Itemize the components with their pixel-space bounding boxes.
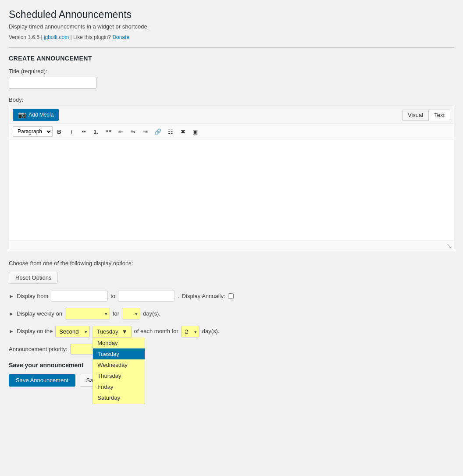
version-line: Version 1.6.5 | jgbuilt.com | Like this … (9, 34, 454, 48)
priority-label: Announcement priority: (9, 346, 68, 352)
paragraph-select[interactable]: Paragraph (13, 126, 53, 137)
save-section: Save your announcement Save Announcement… (9, 362, 454, 387)
day-option-monday[interactable]: Monday (93, 337, 145, 348)
for-label: for (113, 310, 119, 317)
days-label: day(s). (143, 310, 160, 317)
each-month-label: of each month for (134, 328, 178, 334)
editor-top-bar: 📷 Add Media Visual Text (9, 106, 454, 124)
table-btn[interactable]: ☷ (165, 127, 176, 137)
day-option-sunday[interactable]: Sunday (93, 403, 145, 404)
save-announcement-button[interactable]: Save Announcement (9, 374, 75, 387)
ol-btn[interactable]: 1. (90, 127, 102, 137)
like-text: | Like this plugin? (69, 34, 112, 40)
day-dropdown-list: Monday Tuesday Wednesday Thursday Friday… (93, 337, 145, 404)
align-center-btn[interactable]: ⇋ (127, 127, 139, 137)
display-monthly-label: Display on the (17, 328, 53, 334)
body-label: Body: (9, 96, 454, 103)
arrow-bullet-3: ► (9, 328, 14, 334)
page-title: Scheduled Announcements (9, 9, 454, 21)
bold-btn[interactable]: B (53, 127, 65, 137)
strike-btn[interactable]: ✖ (177, 127, 189, 137)
days-label2: day(s). (202, 328, 220, 334)
arrow-bullet-1: ► (9, 293, 14, 299)
title-input[interactable] (9, 77, 96, 89)
priority-row: Announcement priority: (9, 344, 454, 355)
ul-btn[interactable]: •• (78, 127, 89, 137)
weekly-day-wrapper: Monday Tuesday Wednesday Thursday Friday… (65, 308, 110, 320)
editor-resize-handle: ↘ (9, 240, 454, 251)
align-left-btn[interactable]: ⇤ (115, 127, 126, 137)
display-from-row: ► Display from to . Display Annually: (9, 291, 454, 302)
ordinal-wrapper: First Second Third Fourth Last (55, 326, 90, 337)
version-text: Version 1.6.5 | (9, 34, 44, 40)
display-annually-text: . (178, 293, 179, 299)
link-btn[interactable]: 🔗 (152, 127, 164, 137)
day-option-tuesday[interactable]: Tuesday (93, 348, 145, 359)
day-dropdown-container: Tuesday ▼ Monday Tuesday Wednesday Thurs… (93, 326, 131, 337)
ordinal-select[interactable]: First Second Third Fourth Last (55, 326, 90, 337)
day-option-saturday[interactable]: Saturday (93, 392, 145, 403)
day-option-friday[interactable]: Friday (93, 381, 145, 392)
display-from-label: Display from (17, 293, 48, 299)
editor-toolbar: Paragraph B I •• 1. ❝❝ ⇤ ⇋ ⇥ 🔗 ☷ ✖ ▣ (9, 124, 454, 139)
blockquote-btn[interactable]: ❝❝ (103, 127, 114, 137)
display-weekly-label: Display weekly on (17, 310, 62, 317)
editor-area[interactable] (9, 139, 454, 240)
italic-btn[interactable]: I (66, 127, 77, 137)
display-options-section: Choose from one of the following display… (9, 260, 454, 355)
day-selected-label: Tuesday (96, 328, 118, 335)
save-section-title: Save your announcement (9, 362, 454, 369)
add-media-button[interactable]: 📷 Add Media (13, 109, 59, 121)
display-options-title: Choose from one of the following display… (9, 260, 454, 266)
media-icon: 📷 (18, 111, 26, 119)
jgbuilt-link[interactable]: jgbuilt.com (44, 34, 69, 40)
tab-visual[interactable]: Visual (402, 110, 428, 121)
display-to-input[interactable] (118, 291, 175, 302)
display-annually-label: Display Annually: (182, 293, 225, 299)
page-subtitle: Display timed announcements in a widget … (9, 23, 454, 30)
month-days-count-select[interactable]: 1 2 3 4 5 (181, 326, 199, 337)
align-right-btn[interactable]: ⇥ (139, 127, 151, 137)
display-to-label: to (110, 293, 115, 299)
donate-link[interactable]: Donate (112, 34, 129, 40)
arrow-bullet-2: ► (9, 311, 14, 317)
reset-options-button[interactable]: Reset Options (9, 272, 58, 284)
day-option-wednesday[interactable]: Wednesday (93, 359, 145, 370)
add-media-label: Add Media (28, 112, 53, 118)
fullscreen-btn[interactable]: ▣ (189, 127, 201, 137)
day-option-thursday[interactable]: Thursday (93, 370, 145, 381)
create-section-title: CREATE ANNOUNCEMENT (9, 55, 454, 62)
dropdown-arrow: ▼ (122, 328, 128, 335)
editor-tabs: Visual Text (402, 110, 450, 121)
resize-icon: ↘ (446, 242, 452, 250)
display-monthly-row: ► Display on the First Second Third Four… (9, 326, 454, 337)
title-label: Title (required): (9, 68, 454, 75)
weekly-days-count-wrapper: 1 2 3 (122, 308, 140, 320)
day-dropdown-trigger[interactable]: Tuesday ▼ (93, 326, 131, 337)
display-from-input[interactable] (51, 291, 108, 302)
display-weekly-row: ► Display weekly on Monday Tuesday Wedne… (9, 308, 454, 320)
editor-container: 📷 Add Media Visual Text Paragraph B I ••… (9, 106, 454, 251)
weekly-day-select[interactable]: Monday Tuesday Wednesday Thursday Friday… (65, 308, 110, 320)
display-annually-checkbox[interactable] (228, 293, 234, 299)
weekly-days-count-select[interactable]: 1 2 3 (122, 308, 140, 320)
month-days-count-wrapper: 1 2 3 4 5 (181, 326, 199, 337)
tab-text[interactable]: Text (428, 110, 450, 121)
